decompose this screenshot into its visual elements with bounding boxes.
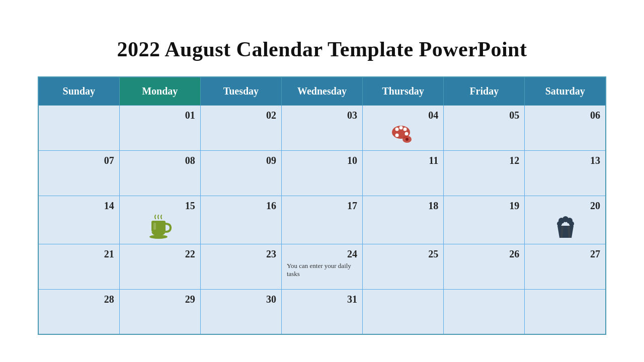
calendar-cell: 02: [200, 105, 281, 150]
svg-point-15: [569, 221, 574, 226]
calendar-row: 07080910111213: [38, 150, 606, 196]
svg-point-4: [405, 132, 409, 135]
day-number: 11: [368, 155, 438, 166]
calendar-cell: 11: [363, 150, 444, 196]
calendar-cell: 04: [363, 105, 444, 150]
coffee-icon-svg: [147, 215, 173, 240]
calendar-cell: 18: [363, 196, 444, 244]
header-thursday: Thursday: [363, 77, 444, 106]
cell-note: You can enter your daily tasks: [287, 262, 357, 278]
svg-point-14: [557, 221, 562, 226]
calendar-cell: 01: [119, 105, 200, 150]
calendar-cell: 07: [38, 150, 119, 196]
svg-rect-10: [153, 223, 156, 230]
calendar-table: SundayMondayTuesdayWednesdayThursdayFrid…: [38, 76, 606, 335]
header-sunday: Sunday: [38, 77, 119, 106]
calendar-cell: 06: [525, 105, 606, 150]
popcorn-icon-svg: [552, 215, 578, 240]
calendar-cell: 19: [444, 196, 525, 244]
palette-icon: [368, 124, 438, 145]
day-number: 16: [206, 200, 276, 212]
day-number: 17: [287, 200, 357, 212]
day-number: 20: [530, 200, 600, 212]
calendar-cell: [38, 105, 119, 150]
calendar-cell: 23: [200, 244, 281, 289]
calendar-cell: 30: [200, 289, 281, 334]
header-saturday: Saturday: [525, 77, 606, 106]
svg-point-5: [395, 133, 399, 137]
svg-point-1: [395, 127, 399, 131]
header-wednesday: Wednesday: [281, 77, 362, 106]
day-number: 28: [44, 294, 114, 305]
calendar-wrapper: SundayMondayTuesdayWednesdayThursdayFrid…: [38, 76, 606, 335]
calendar-cell: 29: [119, 289, 200, 334]
day-number: 04: [368, 110, 438, 121]
day-number: 18: [368, 200, 438, 212]
day-number: 31: [287, 294, 357, 305]
header-friday: Friday: [444, 77, 525, 106]
coffee-icon: [125, 215, 195, 240]
calendar-cell: 26: [444, 244, 525, 289]
calendar-cell: 31: [281, 289, 362, 334]
calendar-row: 01020304 0506: [38, 105, 606, 150]
header-monday: Monday: [119, 77, 200, 106]
svg-point-3: [404, 127, 407, 131]
day-number: 27: [530, 248, 600, 260]
calendar-cell: 10: [281, 150, 362, 196]
day-number: 30: [206, 294, 276, 305]
calendar-cell: 22: [119, 244, 200, 289]
calendar-cell: [444, 289, 525, 334]
day-number: 23: [206, 248, 276, 260]
calendar-cell: 25: [363, 244, 444, 289]
calendar-cell: 12: [444, 150, 525, 196]
header-tuesday: Tuesday: [200, 77, 281, 106]
day-number: 21: [44, 248, 114, 260]
palette-icon-svg: [390, 124, 416, 145]
day-number: 06: [530, 110, 600, 121]
page-title: 2022 August Calendar Template PowerPoint: [117, 37, 527, 61]
calendar-cell: 24You can enter your daily tasks: [281, 244, 362, 289]
svg-point-7: [406, 138, 409, 141]
calendar-row: 28293031: [38, 289, 606, 334]
day-number: 08: [125, 155, 195, 166]
day-number: 07: [44, 155, 114, 166]
day-number: 09: [206, 155, 276, 166]
calendar-cell: 28: [38, 289, 119, 334]
day-number: 10: [287, 155, 357, 166]
day-number: 01: [125, 110, 195, 121]
calendar-cell: [525, 289, 606, 334]
calendar-cell: 14: [38, 196, 119, 244]
header-row: SundayMondayTuesdayWednesdayThursdayFrid…: [38, 77, 606, 106]
day-number: 12: [449, 155, 519, 166]
day-number: 26: [449, 248, 519, 260]
calendar-cell: 13: [525, 150, 606, 196]
calendar-cell: 20: [525, 196, 606, 244]
day-number: 15: [125, 200, 195, 212]
calendar-row: 21222324You can enter your daily tasks25…: [38, 244, 606, 289]
svg-point-9: [149, 235, 168, 239]
calendar-cell: [363, 289, 444, 334]
calendar-body: 01020304 0506070809101112131415: [38, 105, 606, 334]
calendar-cell: 05: [444, 105, 525, 150]
day-number: 29: [125, 294, 195, 305]
day-number: 03: [287, 110, 357, 121]
calendar-cell: 21: [38, 244, 119, 289]
svg-point-2: [399, 126, 403, 129]
day-number: 02: [206, 110, 276, 121]
calendar-cell: 27: [525, 244, 606, 289]
day-number: 13: [530, 155, 600, 166]
day-number: 25: [368, 248, 438, 260]
calendar-cell: 15: [119, 196, 200, 244]
day-number: 22: [125, 248, 195, 260]
calendar-cell: 17: [281, 196, 362, 244]
calendar-cell: 08: [119, 150, 200, 196]
calendar-cell: 09: [200, 150, 281, 196]
day-number: 14: [44, 200, 114, 212]
day-number: 19: [449, 200, 519, 212]
calendar-cell: 03: [281, 105, 362, 150]
calendar-row: 1415 161: [38, 196, 606, 244]
calendar-cell: 16: [200, 196, 281, 244]
day-number: 24: [287, 248, 357, 260]
day-number: 05: [449, 110, 519, 121]
popcorn-icon: [530, 215, 600, 240]
